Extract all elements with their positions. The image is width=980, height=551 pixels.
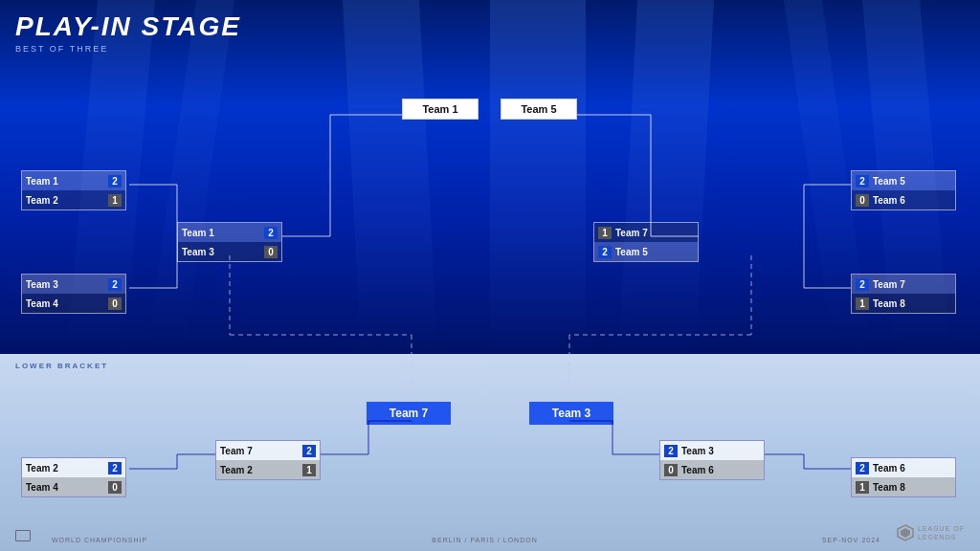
svg-marker-33 <box>901 528 910 538</box>
footer-location: BERLIN / PARIS / LONDON <box>432 537 537 543</box>
team-name: Team 2 <box>26 463 108 474</box>
team-name: Team 5 <box>869 176 951 187</box>
team-score: 2 <box>664 445 678 457</box>
team-score: 1 <box>856 481 869 494</box>
match-row: Team 1 2 <box>22 171 125 190</box>
match-row: 1 Team 8 <box>852 294 955 313</box>
team-name: Team 3 <box>182 247 264 257</box>
upper-r2-left: Team 1 2 Team 3 0 <box>177 222 282 262</box>
upper-r1-right-match2: 2 Team 7 1 Team 8 <box>851 274 956 314</box>
team-name: Team 8 <box>869 298 951 309</box>
team-score: 1 <box>598 227 612 239</box>
match-row: Team 7 2 <box>216 441 320 460</box>
team-score: 0 <box>108 481 122 494</box>
upper-r1-left-match1: Team 1 2 Team 2 1 <box>21 170 126 210</box>
lower-finals-team1-box: Team 7 <box>367 402 451 425</box>
match-row: 1 Team 8 <box>852 477 955 496</box>
lol-icon <box>897 524 914 541</box>
match-row: 2 Team 7 <box>852 275 955 294</box>
upper-r1-right-match1: 2 Team 5 0 Team 6 <box>851 170 956 210</box>
match-row: Team 1 2 <box>178 223 281 242</box>
upper-r2-right: 1 Team 7 2 Team 5 <box>593 222 699 262</box>
team-score: 0 <box>264 246 278 258</box>
team-name: Team 7 <box>869 279 951 290</box>
team-score: 2 <box>264 227 278 239</box>
match-row: Team 2 1 <box>216 460 320 479</box>
lower-bracket-label: LOWER BRACKET <box>15 362 108 370</box>
lower-r1-right: 2 Team 3 0 Team 6 <box>659 440 765 480</box>
upper-r1-left-match2: Team 3 2 Team 4 0 <box>21 274 126 314</box>
team-name: Team 2 <box>220 465 302 475</box>
team-name: Team 6 <box>869 463 951 474</box>
team-name: Team 1 <box>26 176 108 187</box>
team-name: Team 1 <box>182 228 264 238</box>
team-score: 0 <box>108 298 122 310</box>
match-row: Team 2 2 <box>22 458 125 477</box>
match-row: Team 3 0 <box>178 242 281 261</box>
team-score: 2 <box>302 445 316 457</box>
team-name: Team 3 <box>678 446 760 456</box>
team-name: Team 4 <box>26 482 108 493</box>
team-score: 2 <box>108 278 122 291</box>
team-score: 2 <box>856 462 869 474</box>
team-score: 1 <box>302 464 316 476</box>
team-name: Team 7 <box>220 446 302 456</box>
lower-r2-right: 2 Team 6 1 Team 8 <box>851 457 956 497</box>
team-name: Team 5 <box>612 247 694 257</box>
team-score: 1 <box>108 194 122 207</box>
header: PLAY-IN STAGE BEST OF THREE <box>15 11 241 54</box>
match-row: Team 4 0 <box>22 294 125 313</box>
team-score: 2 <box>108 175 122 187</box>
logo-text-line2: LEGENDS <box>918 533 965 541</box>
match-row: 2 Team 5 <box>852 171 955 190</box>
team-name: Team 2 <box>26 195 108 206</box>
match-row: 2 Team 3 <box>660 441 764 460</box>
finals-team2-box: Team 5 <box>501 99 577 120</box>
footer-event: WORLD CHAMPIONSHIP <box>52 537 147 543</box>
match-row: 1 Team 7 <box>594 223 698 242</box>
team-score: 2 <box>856 278 869 291</box>
team-name: Team 6 <box>678 465 760 475</box>
lower-background <box>0 354 980 551</box>
team-name: Team 6 <box>869 195 951 206</box>
logo: LEAGUE OF LEGENDS <box>897 524 965 541</box>
team-name: Team 3 <box>26 279 108 290</box>
team-score: 0 <box>664 464 678 476</box>
match-row: Team 4 0 <box>22 477 125 496</box>
lower-finals-team2-box: Team 3 <box>529 402 613 425</box>
footer-date: SEP-NOV 2024 <box>822 537 880 543</box>
team-name: Team 4 <box>26 298 108 309</box>
team-score: 2 <box>856 175 869 187</box>
page-subtitle: BEST OF THREE <box>15 44 241 54</box>
team-score: 0 <box>856 194 869 207</box>
page-title: PLAY-IN STAGE <box>15 11 241 42</box>
logo-text-line1: LEAGUE OF <box>918 524 965 533</box>
footer: WORLD CHAMPIONSHIP BERLIN / PARIS / LOND… <box>0 537 980 543</box>
team-name: Team 7 <box>612 228 694 238</box>
lower-r1-left: Team 2 2 Team 4 0 <box>21 457 126 497</box>
lower-r2-left: Team 7 2 Team 2 1 <box>215 440 321 480</box>
match-row: 2 Team 5 <box>594 242 698 261</box>
match-row: Team 3 2 <box>22 275 125 294</box>
team-score: 1 <box>856 298 869 310</box>
team-score: 2 <box>108 462 122 474</box>
finals-team1-box: Team 1 <box>402 99 479 120</box>
match-row: Team 2 1 <box>22 190 125 209</box>
match-row: 0 Team 6 <box>852 190 955 209</box>
match-row: 2 Team 6 <box>852 458 955 477</box>
team-score: 2 <box>598 246 612 258</box>
team-name: Team 8 <box>869 482 951 493</box>
match-row: 0 Team 6 <box>660 460 764 479</box>
